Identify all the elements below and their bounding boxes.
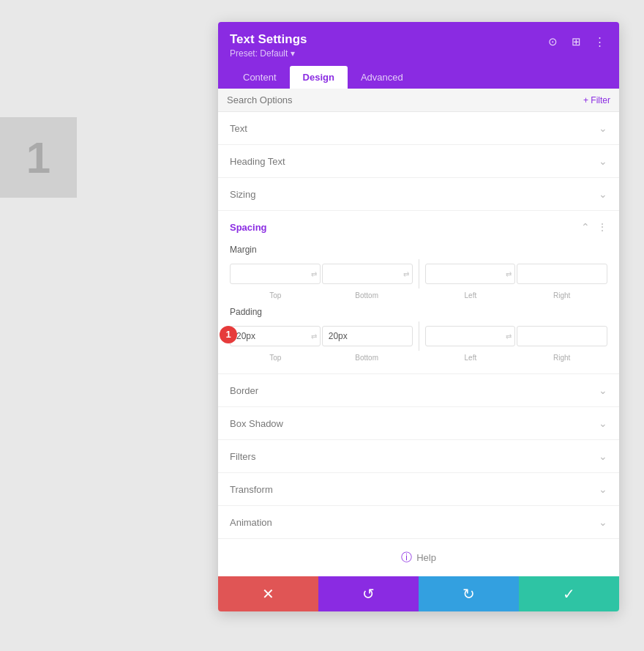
- background-number: 1: [0, 117, 77, 198]
- panel-header-icons: ⊙ ⊞ ⋮: [544, 34, 607, 50]
- chevron-down-icon: ⌄: [599, 417, 607, 429]
- section-filters-label: Filters: [230, 451, 255, 462]
- padding-bottom-input[interactable]: [322, 326, 413, 346]
- margin-field-labels: Top Bottom Left Right: [230, 291, 607, 300]
- redo-button[interactable]: ↻: [419, 576, 519, 611]
- panel-tabs: Content Design Advanced: [218, 66, 619, 89]
- reset-button[interactable]: ↺: [318, 576, 419, 611]
- margin-right-input[interactable]: [517, 264, 607, 284]
- margin-left-label: Left: [425, 291, 517, 300]
- padding-top-wrap: ⇄: [230, 326, 321, 346]
- section-transform-label: Transform: [230, 484, 273, 495]
- help-row[interactable]: ⓘ Help: [218, 539, 619, 576]
- panel-header: Text Settings Preset: Default ▾ ⊙ ⊞ ⋮: [218, 22, 619, 66]
- help-label: Help: [416, 552, 436, 563]
- spacing-content: Margin ⇄ ⇄: [218, 245, 619, 373]
- section-sizing[interactable]: Sizing ⌄: [218, 178, 619, 211]
- padding-top-bottom-pair: ⇄: [230, 326, 413, 346]
- sync-icon: ⇄: [311, 270, 317, 278]
- padding-top-label: Top: [230, 354, 321, 362]
- padding-bottom-wrap: [322, 326, 413, 346]
- tab-design[interactable]: Design: [290, 66, 348, 89]
- spacing-more-icon[interactable]: ⋮: [597, 221, 607, 233]
- panel-preset[interactable]: Preset: Default ▾: [230, 48, 307, 59]
- search-bar: + Filter: [218, 89, 619, 112]
- padding-left-label: Left: [425, 354, 517, 362]
- section-text-label: Text: [230, 123, 247, 134]
- save-button[interactable]: ✓: [519, 576, 619, 611]
- chevron-down-icon: ⌄: [599, 155, 607, 167]
- padding-right-wrap: [517, 326, 607, 346]
- layout-icon[interactable]: ⊞: [568, 34, 584, 50]
- padding-fields-row: ⇄ ⇄: [230, 321, 607, 351]
- spacing-header[interactable]: Spacing ⌃ ⋮: [218, 211, 619, 243]
- panel-title-block: Text Settings Preset: Default ▾: [230, 32, 307, 59]
- margin-left-wrap: ⇄: [425, 264, 516, 284]
- padding-bottom-label: Bottom: [321, 354, 413, 362]
- section-sizing-label: Sizing: [230, 189, 255, 200]
- sync-icon: ⇄: [506, 270, 512, 278]
- filter-button[interactable]: + Filter: [583, 95, 610, 105]
- margin-top-label: Top: [230, 291, 321, 300]
- section-filters[interactable]: Filters ⌄: [218, 440, 619, 473]
- labels-spacer: [416, 291, 422, 300]
- section-spacing: Spacing ⌃ ⋮ Margin ⇄: [218, 211, 619, 374]
- chevron-down-icon: ⌄: [599, 384, 607, 396]
- cancel-button[interactable]: ✕: [218, 576, 318, 611]
- chevron-down-icon: ⌄: [599, 122, 607, 134]
- spacing-label: Spacing: [230, 222, 267, 233]
- step-badge: 1: [220, 326, 237, 343]
- help-icon: ⓘ: [401, 551, 412, 565]
- fields-divider: [419, 321, 419, 351]
- padding-right-label: Right: [516, 354, 607, 362]
- tab-content[interactable]: Content: [230, 66, 290, 89]
- margin-left-input[interactable]: [425, 264, 516, 284]
- panel-content: Text ⌄ Heading Text ⌄ Sizing ⌄ Spacing ⌃…: [218, 112, 619, 576]
- settings-icon[interactable]: ⊙: [544, 34, 561, 50]
- chevron-up-icon[interactable]: ⌃: [581, 221, 590, 233]
- more-icon[interactable]: ⋮: [591, 34, 607, 50]
- margin-bottom-input[interactable]: [322, 264, 413, 284]
- margin-top-wrap: ⇄: [230, 264, 321, 284]
- spacing-header-icons: ⌃ ⋮: [581, 221, 607, 233]
- panel-title: Text Settings: [230, 32, 307, 47]
- section-animation-label: Animation: [230, 517, 272, 528]
- tab-advanced[interactable]: Advanced: [348, 66, 416, 89]
- margin-group: Margin ⇄ ⇄: [230, 245, 607, 300]
- padding-top-input[interactable]: [230, 326, 321, 346]
- section-box-shadow-label: Box Shadow: [230, 418, 283, 429]
- search-input[interactable]: [227, 94, 373, 105]
- padding-left-right-pair: ⇄: [425, 326, 608, 346]
- padding-top-bottom-labels: Top Bottom: [230, 354, 413, 362]
- section-heading-text-label: Heading Text: [230, 156, 285, 167]
- margin-fields-row: ⇄ ⇄ ⇄: [230, 259, 607, 289]
- margin-right-wrap: [517, 264, 607, 284]
- section-text[interactable]: Text ⌄: [218, 112, 619, 145]
- fields-divider: [419, 259, 419, 289]
- section-transform[interactable]: Transform ⌄: [218, 473, 619, 506]
- chevron-down-icon: ⌄: [599, 188, 607, 200]
- margin-left-right-labels: Left Right: [425, 291, 608, 300]
- sync-icon: ⇄: [506, 332, 512, 341]
- padding-left-right-labels: Left Right: [425, 354, 608, 362]
- chevron-down-icon: ⌄: [599, 516, 607, 528]
- padding-group: 1 Padding ⇄: [230, 307, 607, 362]
- padding-right-input[interactable]: [517, 326, 607, 346]
- labels-spacer: [416, 354, 422, 362]
- section-animation[interactable]: Animation ⌄: [218, 506, 619, 539]
- margin-bottom-label: Bottom: [321, 291, 413, 300]
- margin-bottom-wrap: ⇄: [322, 264, 413, 284]
- section-border[interactable]: Border ⌄: [218, 374, 619, 407]
- settings-panel: Text Settings Preset: Default ▾ ⊙ ⊞ ⋮ Co…: [218, 22, 619, 611]
- margin-right-label: Right: [516, 291, 607, 300]
- padding-left-wrap: ⇄: [425, 326, 516, 346]
- padding-label: Padding: [230, 307, 607, 317]
- sync-icon: ⇄: [311, 332, 317, 341]
- section-box-shadow[interactable]: Box Shadow ⌄: [218, 407, 619, 440]
- chevron-down-icon: ⌄: [599, 450, 607, 462]
- section-border-label: Border: [230, 385, 258, 396]
- chevron-down-icon: ⌄: [599, 483, 607, 495]
- section-heading-text[interactable]: Heading Text ⌄: [218, 145, 619, 178]
- margin-top-input[interactable]: [230, 264, 321, 284]
- padding-left-input[interactable]: [425, 326, 516, 346]
